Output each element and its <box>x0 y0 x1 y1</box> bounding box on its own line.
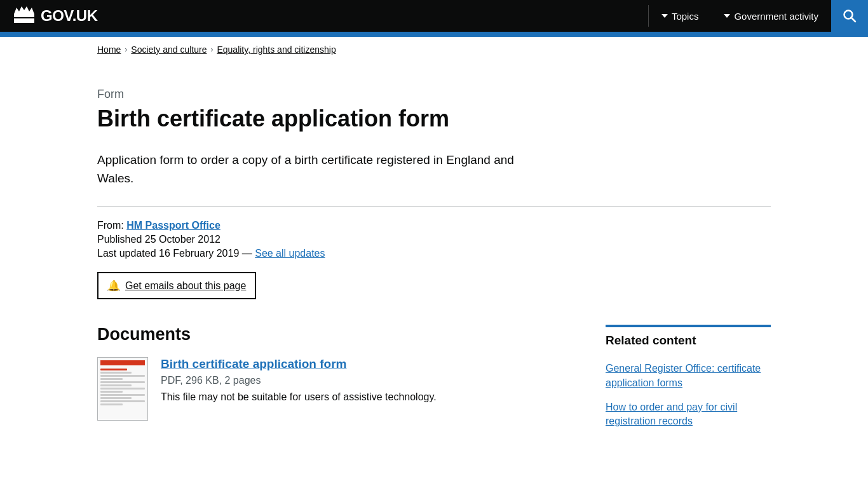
page-type-label: Form <box>97 88 771 101</box>
doc-meta: PDF, 296 KB, 2 pages <box>161 375 437 386</box>
updated-row: Last updated 16 February 2019 — See all … <box>97 248 771 259</box>
gov-activity-chevron-icon <box>724 14 730 18</box>
page-title: Birth certificate application form <box>97 105 771 132</box>
breadcrumb-sep-1: › <box>125 45 127 54</box>
thumb-line-9 <box>100 394 145 396</box>
header-logo: GOV.UK <box>0 0 648 32</box>
updated-sep: — <box>242 248 255 259</box>
from-label: From: <box>97 220 124 231</box>
thumb-line-5 <box>100 381 145 383</box>
main-content: Form Birth certificate application form … <box>85 88 783 439</box>
breadcrumb-equality[interactable]: Equality, rights and citizenship <box>217 44 336 55</box>
thumb-line-11 <box>100 400 145 402</box>
documents-heading: Documents <box>97 325 580 344</box>
published-date: 25 October 2012 <box>145 234 220 245</box>
search-button[interactable] <box>831 0 868 32</box>
government-activity-label: Government activity <box>734 11 818 22</box>
breadcrumb-home[interactable]: Home <box>97 44 121 55</box>
get-emails-button[interactable]: 🔔 Get emails about this page <box>97 272 256 299</box>
doc-thumbnail-inner <box>98 358 147 420</box>
government-activity-nav-button[interactable]: Government activity <box>711 0 831 32</box>
related-link-2[interactable]: How to order and pay for civil registrat… <box>606 400 771 429</box>
svg-rect-1 <box>14 18 34 23</box>
related-link-1[interactable]: General Register Office: certificate app… <box>606 362 771 390</box>
published-label: Published <box>97 234 142 245</box>
gov-uk-logo-text: GOV.UK <box>41 7 97 25</box>
topics-nav-button[interactable]: Topics <box>649 0 712 32</box>
crown-icon <box>13 5 36 27</box>
header-nav: Topics Government activity <box>649 0 831 32</box>
topics-chevron-icon <box>661 14 668 18</box>
breadcrumb-society[interactable]: Society and culture <box>131 44 207 55</box>
content-divider <box>97 207 771 207</box>
meta-section: From: HM Passport Office Published 25 Oc… <box>97 220 771 259</box>
related-content-heading: Related content <box>606 325 771 354</box>
blue-accent-bar <box>0 32 868 37</box>
page-description: Application form to order a copy of a bi… <box>97 151 529 187</box>
thumb-line-1 <box>100 369 127 370</box>
thumb-line-12 <box>100 403 123 405</box>
site-header: GOV.UK Topics Government activity <box>0 0 868 32</box>
see-all-updates-link[interactable]: See all updates <box>255 248 325 259</box>
doc-title-link[interactable]: Birth certificate application form <box>161 357 437 371</box>
bell-icon: 🔔 <box>107 280 120 292</box>
breadcrumb: Home › Society and culture › Equality, r… <box>85 37 783 62</box>
thumb-line-7 <box>100 388 145 390</box>
thumb-line-8 <box>100 391 123 393</box>
from-org-link[interactable]: HM Passport Office <box>126 220 220 231</box>
from-row: From: HM Passport Office <box>97 220 771 231</box>
breadcrumb-sep-2: › <box>210 45 213 54</box>
updated-label: Last updated <box>97 248 156 259</box>
topics-nav-label: Topics <box>672 11 699 22</box>
svg-line-3 <box>851 18 856 22</box>
thumb-line-3 <box>100 375 145 377</box>
thumb-line-6 <box>100 384 132 386</box>
doc-info: Birth certificate application form PDF, … <box>161 357 437 403</box>
email-btn-label: Get emails about this page <box>125 280 246 292</box>
thumb-line-2 <box>100 372 132 374</box>
thumb-header-bar <box>100 360 145 365</box>
doc-note: This file may not be suitable for users … <box>161 391 437 403</box>
published-row: Published 25 October 2012 <box>97 234 771 245</box>
related-content-sidebar: Related content General Register Office:… <box>606 325 771 439</box>
two-column-layout: Documents <box>97 325 771 439</box>
thumb-line-4 <box>100 378 123 380</box>
search-icon <box>843 9 857 23</box>
documents-section: Documents <box>97 325 580 421</box>
doc-thumbnail <box>97 357 148 421</box>
svg-rect-0 <box>14 14 34 17</box>
thumb-line-10 <box>100 397 132 399</box>
updated-date: 16 February 2019 <box>159 248 239 259</box>
document-item: Birth certificate application form PDF, … <box>97 357 580 421</box>
